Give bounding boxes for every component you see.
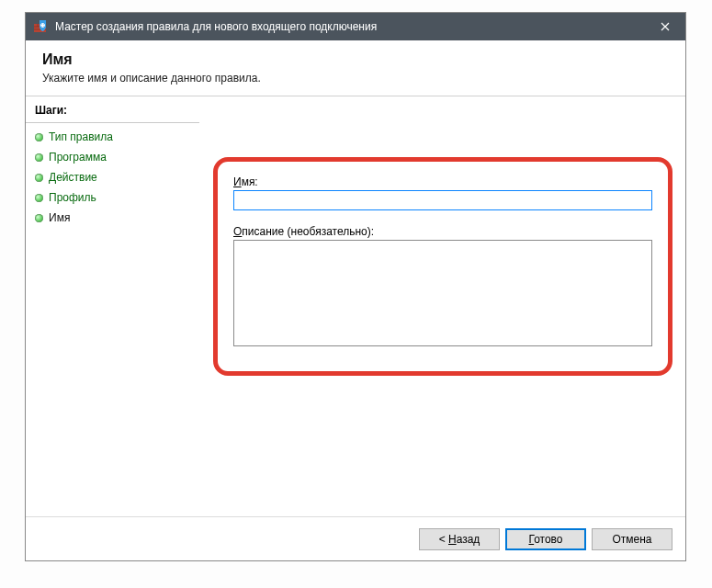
page-title: Имя bbox=[42, 51, 669, 68]
finish-button[interactable]: Готово bbox=[505, 528, 586, 550]
wizard-header: Имя Укажите имя и описание данного прави… bbox=[26, 40, 685, 96]
step-program[interactable]: Программа bbox=[26, 147, 199, 167]
name-input[interactable] bbox=[233, 190, 652, 210]
description-field-label: Описание (необязательно): bbox=[233, 225, 652, 238]
close-button[interactable] bbox=[644, 13, 685, 40]
step-name[interactable]: Имя bbox=[26, 208, 199, 228]
firewall-icon bbox=[33, 19, 48, 34]
steps-sidebar: Шаги: Тип правила Программа Действие Про… bbox=[26, 96, 200, 516]
step-label: Имя bbox=[49, 211, 70, 224]
wizard-window: Мастер создания правила для нового входя… bbox=[26, 13, 685, 560]
step-label: Действие bbox=[49, 171, 97, 184]
description-textarea[interactable] bbox=[233, 240, 652, 346]
step-rule-type[interactable]: Тип правила bbox=[26, 127, 199, 147]
wizard-footer: < Назад Готово Отмена bbox=[26, 516, 685, 560]
step-label: Тип правила bbox=[49, 130, 113, 143]
step-profile[interactable]: Профиль bbox=[26, 187, 199, 208]
step-dot-icon bbox=[35, 133, 43, 141]
step-dot-icon bbox=[35, 174, 43, 182]
window-title: Мастер создания правила для нового входя… bbox=[55, 20, 377, 33]
cancel-button[interactable]: Отмена bbox=[592, 528, 672, 550]
back-button[interactable]: < Назад bbox=[419, 528, 500, 550]
main-panel: Имя: Описание (необязательно): bbox=[200, 96, 685, 516]
close-icon bbox=[661, 22, 670, 31]
titlebar: Мастер создания правила для нового входя… bbox=[26, 13, 685, 40]
page-subtitle: Укажите имя и описание данного правила. bbox=[42, 72, 669, 85]
step-dot-icon bbox=[35, 153, 43, 162]
step-label: Программа bbox=[49, 151, 107, 164]
step-dot-icon bbox=[35, 194, 43, 202]
step-action[interactable]: Действие bbox=[26, 167, 199, 187]
step-label: Профиль bbox=[49, 191, 96, 204]
step-dot-icon bbox=[35, 214, 43, 222]
name-field-label: Имя: bbox=[233, 175, 652, 188]
steps-heading: Шаги: bbox=[26, 100, 199, 123]
